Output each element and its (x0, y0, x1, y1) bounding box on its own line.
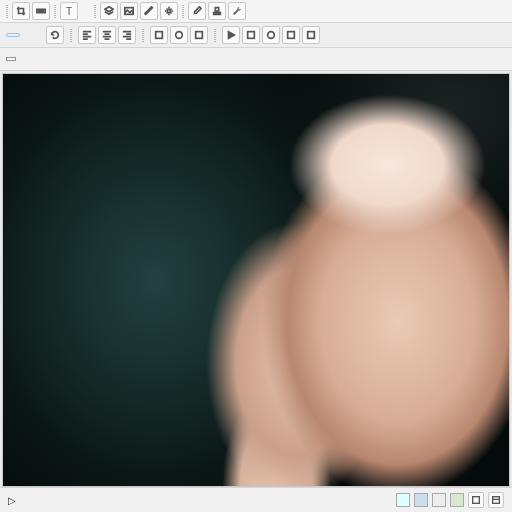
document-info-bar (0, 48, 512, 71)
svg-rect-5 (196, 32, 203, 39)
align-group (78, 26, 136, 44)
document-image (3, 74, 509, 486)
toolbar-group-text: T (60, 2, 90, 20)
align-right-icon[interactable] (118, 26, 136, 44)
status-left: ▷ (8, 495, 26, 506)
canvas[interactable] (2, 73, 510, 487)
svg-rect-8 (288, 32, 295, 39)
swatch-a-icon[interactable] (396, 493, 410, 507)
swatch-b-icon[interactable] (414, 493, 428, 507)
align-left-icon[interactable] (78, 26, 96, 44)
cog-icon[interactable] (160, 2, 178, 20)
toolbar-group-tools (188, 2, 246, 20)
crop-icon[interactable] (12, 2, 30, 20)
toolbar-separator (94, 4, 96, 18)
main-toolbar: T (0, 0, 512, 23)
ruler-icon[interactable] (32, 2, 50, 20)
square-icon[interactable] (190, 26, 208, 44)
svg-rect-3 (156, 32, 163, 39)
path-tag[interactable] (6, 57, 16, 61)
svg-rect-10 (473, 497, 480, 504)
view-toggle-icon[interactable] (488, 492, 504, 508)
layers-icon[interactable] (100, 2, 118, 20)
toolbar-separator (214, 28, 216, 42)
toolbar-separator (142, 28, 144, 42)
status-tray (396, 492, 504, 508)
svg-rect-6 (248, 32, 255, 39)
options-toolbar (0, 23, 512, 48)
wand-icon[interactable] (228, 2, 246, 20)
square-icon[interactable] (302, 26, 320, 44)
image-icon[interactable] (120, 2, 138, 20)
view-group (150, 26, 208, 44)
toolbar-separator (54, 4, 56, 18)
circle-icon[interactable] (262, 26, 280, 44)
circle-icon[interactable] (170, 26, 188, 44)
align-center-icon[interactable] (98, 26, 116, 44)
text-icon[interactable]: T (60, 2, 78, 20)
svg-rect-9 (308, 32, 315, 39)
swatch-c-icon[interactable] (432, 493, 446, 507)
stamp-icon[interactable] (208, 2, 226, 20)
mode-chip[interactable] (6, 33, 20, 37)
svg-point-2 (167, 9, 170, 12)
svg-point-4 (176, 32, 183, 39)
swatch-d-icon[interactable] (450, 493, 464, 507)
statusbar: ▷ (0, 487, 512, 512)
toolbar-separator (182, 4, 184, 18)
cursor-icon: ▷ (8, 495, 16, 506)
square-icon[interactable] (242, 26, 260, 44)
view-toggle-icon[interactable] (468, 492, 484, 508)
eyedrop-icon[interactable] (188, 2, 206, 20)
action-group (222, 26, 320, 44)
toolbar-group-layers (100, 2, 178, 20)
toolbar-separator (70, 28, 72, 42)
paint-icon[interactable] (140, 2, 158, 20)
svg-point-7 (268, 32, 275, 39)
square-icon[interactable] (282, 26, 300, 44)
app-window: T (0, 0, 512, 512)
toolbar-grip (6, 4, 8, 18)
play-icon[interactable] (222, 26, 240, 44)
refresh-icon[interactable] (46, 26, 64, 44)
toolbar-group-edit (12, 2, 50, 20)
square-icon[interactable] (150, 26, 168, 44)
